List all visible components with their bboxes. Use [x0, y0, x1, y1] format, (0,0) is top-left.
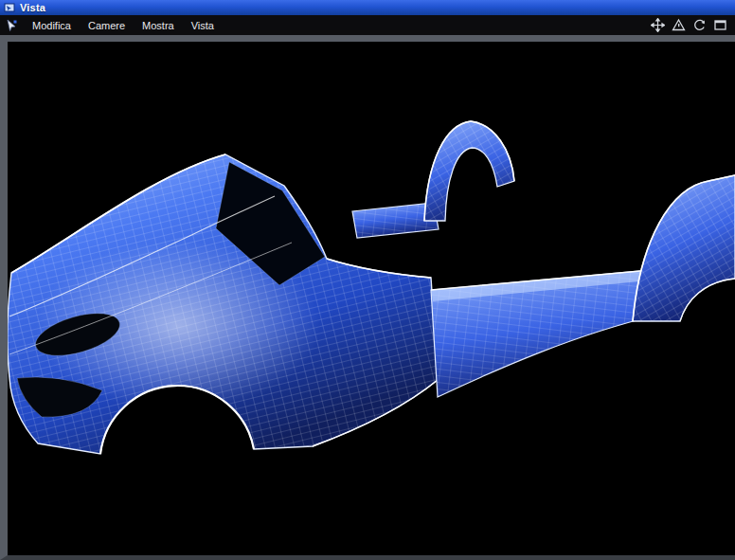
menu-camere[interactable]: Camere — [80, 18, 134, 33]
menu-mostra[interactable]: Mostra — [134, 18, 183, 33]
rotate-view-icon[interactable] — [692, 18, 707, 32]
window-title: Vista — [20, 0, 45, 15]
menu-vista[interactable]: Vista — [183, 18, 223, 33]
viewport-3d-model — [8, 42, 735, 555]
pan-icon[interactable] — [651, 18, 665, 32]
menu-modifica[interactable]: Modifica — [24, 18, 80, 33]
window-icon — [4, 2, 15, 13]
viewport-3d[interactable] — [0, 35, 735, 560]
menubar: Modifica Camere Mostra Vista — [0, 15, 735, 35]
warning-triangle-icon[interactable] — [672, 18, 686, 32]
window-titlebar[interactable]: Vista — [0, 0, 735, 15]
viewport-toolbar — [651, 18, 735, 32]
maximize-view-icon[interactable] — [713, 18, 727, 32]
select-tool-icon[interactable] — [3, 18, 20, 33]
application-window: Vista Modifica Camere Mostra Vista — [0, 0, 735, 560]
